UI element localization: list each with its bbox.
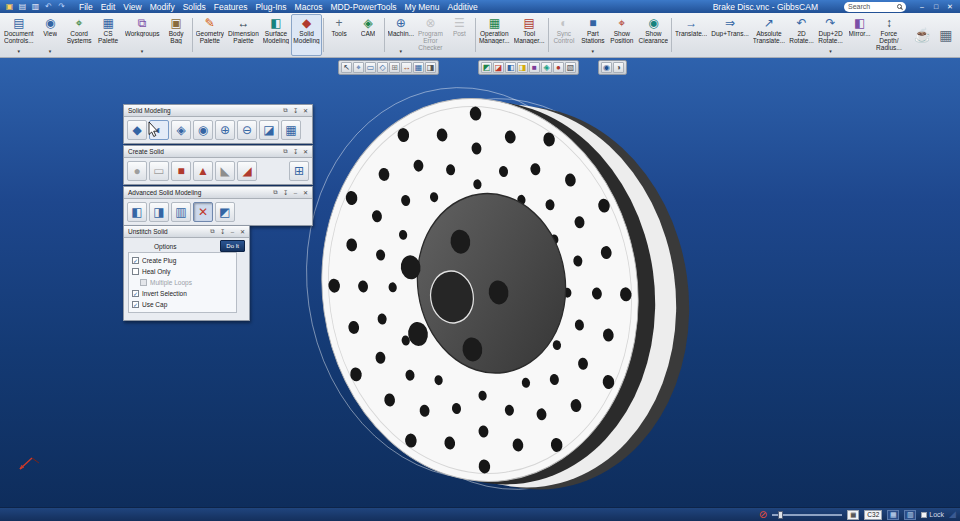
ribbon-button[interactable]: ◆ Solid Modeling — [291, 14, 322, 56]
sweep-solid-icon[interactable]: ◈ — [171, 120, 191, 140]
additive-cup-icon[interactable]: ☕ — [914, 29, 931, 42]
view-top-icon[interactable]: ◪ — [493, 62, 504, 73]
background-icon[interactable]: ▧ — [565, 62, 576, 73]
no-entry-icon[interactable]: ⊘ — [759, 510, 767, 520]
boolean-union-icon[interactable]: ⊕ — [215, 120, 235, 140]
checkbox[interactable] — [132, 301, 139, 308]
cascade-icon[interactable] — [281, 106, 290, 115]
menu-item[interactable]: Macros — [291, 2, 327, 12]
ribbon-button[interactable]: ◉ View — [36, 14, 65, 56]
ribbon-button[interactable]: ◈ CAM — [354, 14, 383, 56]
view-iso-icon[interactable]: ◩ — [481, 62, 492, 73]
menu-item[interactable]: View — [119, 2, 145, 12]
ribbon-button[interactable]: ⌖ Coord Systems — [65, 14, 94, 56]
ribbon-button[interactable]: ↷ Dup+2D Rotate... — [816, 14, 845, 56]
do-it-button[interactable]: Do It — [220, 240, 245, 252]
option-row[interactable]: Create Plug — [132, 255, 233, 266]
checkbox[interactable] — [132, 290, 139, 297]
thicken-icon[interactable]: ◧ — [127, 202, 147, 222]
ribbon-button[interactable]: ▣ Body Bag — [162, 14, 191, 56]
palette-title-bar[interactable]: Unstitch Solid — [124, 226, 249, 238]
trim-body-icon[interactable]: ◩ — [215, 202, 235, 222]
ribbon-button[interactable]: ▤ Document Controls... — [2, 14, 36, 56]
menu-item[interactable]: Features — [210, 2, 252, 12]
menu-item[interactable]: Solids — [179, 2, 210, 12]
view-side-icon[interactable]: ◨ — [517, 62, 528, 73]
checkbox[interactable] — [140, 279, 147, 286]
redo-icon[interactable]: ↷ — [56, 1, 67, 12]
stitch-solid-icon[interactable]: ▦ — [281, 120, 301, 140]
close-icon[interactable] — [301, 147, 310, 156]
ribbon-button[interactable]: ◧ Mirror... — [845, 14, 874, 56]
cascade-icon[interactable] — [281, 147, 290, 156]
cylinder-icon[interactable]: ■ — [171, 161, 191, 181]
undo-icon[interactable]: ↶ — [43, 1, 54, 12]
option-row[interactable]: Invert Selection — [132, 288, 233, 299]
ribbon-button[interactable]: ⌖ Show Position — [607, 14, 636, 56]
ribbon-button[interactable]: ▦ Operation Manager... — [477, 14, 512, 56]
minimize-button[interactable]: – — [916, 2, 928, 12]
polygon-select-icon[interactable]: ◇ — [377, 62, 388, 73]
ribbon-button[interactable]: ◧ Surface Modeling — [261, 14, 291, 56]
view-front-icon[interactable]: ◧ — [505, 62, 516, 73]
cascade-icon[interactable] — [208, 227, 217, 236]
ribbon-button[interactable]: ⇒ Dup+Trans... — [709, 14, 751, 56]
cascade-icon[interactable] — [271, 188, 280, 197]
zoom-fit-icon[interactable]: ◉ — [601, 62, 612, 73]
pin-icon[interactable] — [291, 106, 300, 115]
palette-title-bar[interactable]: Create Solid — [124, 146, 312, 158]
ribbon-button[interactable]: ↶ 2D Rotate... — [787, 14, 816, 56]
menu-item[interactable]: Modify — [146, 2, 179, 12]
grid-snap-icon[interactable]: ⊞ — [389, 62, 400, 73]
maximize-button[interactable]: □ — [930, 2, 942, 12]
offset-body-icon[interactable]: ◨ — [149, 202, 169, 222]
ribbon-button[interactable]: ✎ Geometry Palette — [194, 14, 227, 56]
checkbox[interactable] — [132, 257, 139, 264]
menu-item[interactable]: Edit — [97, 2, 120, 12]
menu-item[interactable]: MDD-PowerTools — [326, 2, 400, 12]
select-arrow-icon[interactable]: ↖ — [341, 62, 352, 73]
save-icon[interactable]: ▥ — [30, 1, 41, 12]
lock-indicator[interactable]: Lock — [921, 511, 944, 518]
cone-icon[interactable]: ▲ — [193, 161, 213, 181]
unstitch-icon[interactable]: ✕ — [193, 202, 213, 222]
block-icon[interactable]: ▭ — [149, 161, 169, 181]
close-icon[interactable] — [301, 188, 310, 197]
ribbon-button[interactable]: ↗ Absolute Translate... — [751, 14, 787, 56]
zoom-window-icon[interactable]: ◑ — [613, 62, 624, 73]
ribbon-button[interactable]: ☰ Post — [445, 14, 474, 56]
cs-badge[interactable]: C32 — [864, 510, 882, 520]
zoom-slider-handle[interactable] — [778, 511, 783, 519]
pin-icon[interactable] — [291, 147, 300, 156]
close-icon[interactable] — [301, 106, 310, 115]
render-mode-icon[interactable]: ▥ — [904, 510, 916, 520]
ribbon-button[interactable]: ↕ Force Depth/ Radius... — [874, 14, 904, 56]
menu-item[interactable]: My Menu — [401, 2, 444, 12]
display-mode-icon[interactable]: ▦ — [887, 510, 899, 520]
ribbon-button[interactable]: ▤ Tool Manager... — [512, 14, 547, 56]
ribbon-button[interactable]: ▦ CS Palette — [94, 14, 123, 56]
ribbon-button[interactable]: ■ Part Stations — [578, 14, 607, 56]
custom-solid-icon[interactable]: ⊞ — [289, 161, 309, 181]
close-button[interactable]: ✕ — [944, 2, 956, 12]
extrude-solid-icon[interactable]: ◆ — [127, 120, 147, 140]
window-select-icon[interactable]: ▭ — [365, 62, 376, 73]
zoom-slider[interactable] — [772, 514, 842, 516]
layer-icon[interactable]: ▦ — [413, 62, 424, 73]
menu-item[interactable]: Plug-Ins — [251, 2, 290, 12]
option-row[interactable]: Heal Only — [132, 266, 233, 277]
replace-face-icon[interactable]: ▥ — [171, 202, 191, 222]
loft-solid-icon[interactable]: ◉ — [193, 120, 213, 140]
ribbon-button[interactable]: ⊗ Program Error Checker — [416, 14, 445, 56]
ribbon-button[interactable]: ◐ Sync Control — [549, 14, 578, 56]
minimize-icon[interactable] — [228, 227, 237, 236]
wedge-icon[interactable]: ◣ — [215, 161, 235, 181]
new-document-icon[interactable]: ▤ — [17, 1, 28, 12]
view-cube-icon[interactable]: ■ — [529, 62, 540, 73]
option-row[interactable]: Use Cap — [132, 299, 233, 310]
palette-title-bar[interactable]: Advanced Solid Modeling — [124, 187, 312, 199]
pin-icon[interactable] — [281, 188, 290, 197]
checkbox[interactable] — [132, 268, 139, 275]
render-wire-icon[interactable]: ● — [553, 62, 564, 73]
sphere-icon[interactable]: ● — [127, 161, 147, 181]
